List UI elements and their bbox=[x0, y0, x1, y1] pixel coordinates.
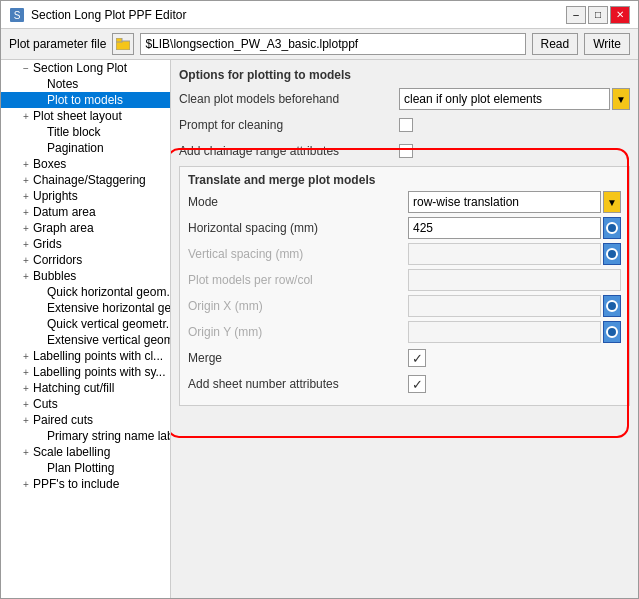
sidebar-item-notes[interactable]: Notes bbox=[1, 76, 170, 92]
quick-horiz-spacer bbox=[33, 285, 47, 299]
horiz-spacing-picker[interactable] bbox=[603, 217, 621, 239]
sidebar-item-ppfs[interactable]: + PPF's to include bbox=[1, 476, 170, 492]
param-file-label: Plot parameter file bbox=[9, 37, 106, 51]
root-label: Section Long Plot bbox=[33, 61, 127, 75]
mode-label: Mode bbox=[188, 195, 408, 209]
sidebar: − Section Long Plot Notes Plot to models… bbox=[1, 60, 171, 598]
vert-spacing-row: Vertical spacing (mm) bbox=[188, 243, 621, 265]
clean-plot-dropdown-arrow[interactable]: ▼ bbox=[612, 88, 630, 110]
mode-value: row-wise translation bbox=[413, 195, 519, 209]
sidebar-item-corridors[interactable]: + Corridors bbox=[1, 252, 170, 268]
sidebar-item-chainage[interactable]: + Chainage/Staggering bbox=[1, 172, 170, 188]
mode-dropdown[interactable]: row-wise translation bbox=[408, 191, 601, 213]
datum-expand-icon: + bbox=[19, 205, 33, 219]
origin-x-input bbox=[408, 295, 601, 317]
sidebar-item-cuts[interactable]: + Cuts bbox=[1, 396, 170, 412]
sidebar-item-labelling-sy[interactable]: + Labelling points with sy... bbox=[1, 364, 170, 380]
prompt-cleaning-row: Prompt for cleaning bbox=[179, 114, 630, 136]
clean-plot-models-label: Clean plot models beforehand bbox=[179, 92, 399, 106]
horiz-spacing-input[interactable] bbox=[408, 217, 601, 239]
add-chainage-checkbox[interactable] bbox=[399, 144, 413, 158]
origin-y-picker[interactable] bbox=[603, 321, 621, 343]
section-title: Options for plotting to models bbox=[179, 68, 630, 82]
title-controls: – □ ✕ bbox=[566, 6, 630, 24]
maximize-button[interactable]: □ bbox=[588, 6, 608, 24]
hatching-expand-icon: + bbox=[19, 381, 33, 395]
translate-merge-section: Translate and merge plot models Mode row… bbox=[179, 166, 630, 406]
sidebar-item-title-block[interactable]: Title block bbox=[1, 124, 170, 140]
translate-section-title: Translate and merge plot models bbox=[188, 173, 621, 187]
sidebar-item-extensive-horiz[interactable]: Extensive horizontal ge... bbox=[1, 300, 170, 316]
origin-x-control bbox=[408, 295, 621, 317]
merge-checkbox[interactable] bbox=[408, 349, 426, 367]
clean-plot-dropdown[interactable]: clean if only plot elements bbox=[399, 88, 610, 110]
clean-plot-value: clean if only plot elements bbox=[404, 92, 542, 106]
horiz-spacing-row: Horizontal spacing (mm) bbox=[188, 217, 621, 239]
sidebar-item-primary-string[interactable]: Primary string name lab... bbox=[1, 428, 170, 444]
svg-text:S: S bbox=[14, 10, 21, 21]
sidebar-item-root[interactable]: − Section Long Plot bbox=[1, 60, 170, 76]
vert-spacing-control bbox=[408, 243, 621, 265]
write-button[interactable]: Write bbox=[584, 33, 630, 55]
quick-vert-spacer bbox=[33, 317, 47, 331]
extensive-vert-spacer bbox=[33, 333, 47, 347]
sidebar-item-paired-cuts[interactable]: + Paired cuts bbox=[1, 412, 170, 428]
param-file-input[interactable] bbox=[140, 33, 525, 55]
sidebar-item-datum-area[interactable]: + Datum area bbox=[1, 204, 170, 220]
sidebar-item-grids[interactable]: + Grids bbox=[1, 236, 170, 252]
title-bar-left: S Section Long Plot PPF Editor bbox=[9, 7, 186, 23]
prompt-cleaning-control bbox=[399, 118, 630, 132]
cuts-expand-icon: + bbox=[19, 397, 33, 411]
read-button[interactable]: Read bbox=[532, 33, 579, 55]
sidebar-item-boxes[interactable]: + Boxes bbox=[1, 156, 170, 172]
root-expand-icon: − bbox=[19, 61, 33, 75]
main-window: S Section Long Plot PPF Editor – □ ✕ Plo… bbox=[0, 0, 639, 599]
sidebar-item-labelling-cl[interactable]: + Labelling points with cl... bbox=[1, 348, 170, 364]
prompt-cleaning-checkbox[interactable] bbox=[399, 118, 413, 132]
merge-control bbox=[408, 349, 621, 367]
mode-dropdown-arrow[interactable]: ▼ bbox=[603, 191, 621, 213]
add-sheet-number-control bbox=[408, 375, 621, 393]
sidebar-item-hatching[interactable]: + Hatching cut/fill bbox=[1, 380, 170, 396]
sidebar-item-plot-sheet-layout[interactable]: + Plot sheet layout bbox=[1, 108, 170, 124]
sidebar-item-plan-plotting[interactable]: Plan Plotting bbox=[1, 460, 170, 476]
origin-y-control bbox=[408, 321, 621, 343]
merge-label: Merge bbox=[188, 351, 408, 365]
labelling-cl-expand-icon: + bbox=[19, 349, 33, 363]
clean-plot-models-control: clean if only plot elements ▼ bbox=[399, 88, 630, 110]
plot-models-per-row: Plot models per row/col bbox=[188, 269, 621, 291]
close-button[interactable]: ✕ bbox=[610, 6, 630, 24]
grids-expand-icon: + bbox=[19, 237, 33, 251]
vert-spacing-picker[interactable] bbox=[603, 243, 621, 265]
window-title: Section Long Plot PPF Editor bbox=[31, 8, 186, 22]
ppfs-expand-icon: + bbox=[19, 477, 33, 491]
labelling-sy-expand-icon: + bbox=[19, 365, 33, 379]
origin-x-label: Origin X (mm) bbox=[188, 299, 408, 313]
pagination-spacer bbox=[33, 141, 47, 155]
sidebar-item-uprights[interactable]: + Uprights bbox=[1, 188, 170, 204]
sidebar-item-plot-to-models[interactable]: Plot to models bbox=[1, 92, 170, 108]
sidebar-item-pagination[interactable]: Pagination bbox=[1, 140, 170, 156]
origin-x-picker[interactable] bbox=[603, 295, 621, 317]
sidebar-item-scale-labelling[interactable]: + Scale labelling bbox=[1, 444, 170, 460]
sidebar-item-extensive-vert[interactable]: Extensive vertical geom... bbox=[1, 332, 170, 348]
add-chainage-row: Add chainage range attributes bbox=[179, 140, 630, 162]
sidebar-item-bubbles[interactable]: + Bubbles bbox=[1, 268, 170, 284]
right-panel: Options for plotting to models Clean plo… bbox=[171, 60, 638, 598]
main-content: − Section Long Plot Notes Plot to models… bbox=[1, 60, 638, 598]
plot-models-per-input bbox=[408, 269, 621, 291]
add-sheet-number-label: Add sheet number attributes bbox=[188, 377, 408, 391]
graph-expand-icon: + bbox=[19, 221, 33, 235]
param-file-browse-button[interactable] bbox=[112, 33, 134, 55]
origin-y-row: Origin Y (mm) bbox=[188, 321, 621, 343]
uprights-expand-icon: + bbox=[19, 189, 33, 203]
extensive-horiz-spacer bbox=[33, 301, 47, 315]
sidebar-item-quick-horiz[interactable]: Quick horizontal geom... bbox=[1, 284, 170, 300]
sidebar-item-graph-area[interactable]: + Graph area bbox=[1, 220, 170, 236]
folder-icon bbox=[116, 38, 130, 50]
minimize-button[interactable]: – bbox=[566, 6, 586, 24]
title-block-spacer bbox=[33, 125, 47, 139]
plot-models-spacer bbox=[33, 93, 47, 107]
add-sheet-number-checkbox[interactable] bbox=[408, 375, 426, 393]
sidebar-item-quick-vert[interactable]: Quick vertical geometr... bbox=[1, 316, 170, 332]
